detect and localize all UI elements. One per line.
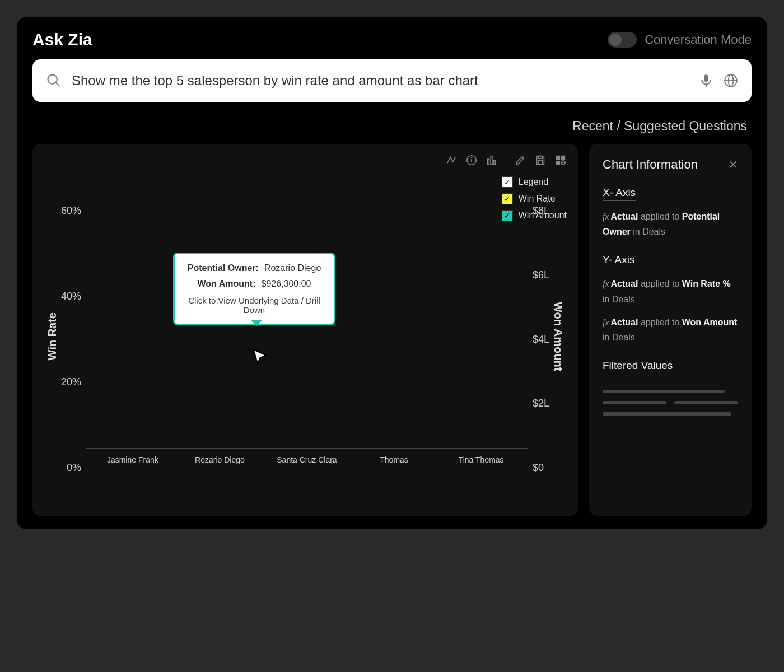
content-area: ✓Legend ✓Win Rate ✓Win Amount Win Rate 6… (32, 144, 752, 516)
svg-rect-10 (491, 156, 492, 165)
tick: 20% (61, 376, 81, 388)
y-axis-left-label: Win Rate (44, 312, 61, 360)
chart-tooltip[interactable]: Potential Owner:Rozario Diego Won Amount… (173, 253, 335, 325)
search-input[interactable] (72, 73, 689, 88)
zia-icon[interactable] (445, 154, 458, 166)
filtered-values-section: Filtered Values (603, 360, 738, 416)
microphone-icon[interactable] (699, 73, 713, 88)
info-icon[interactable] (465, 154, 478, 166)
conversation-mode-control: Conversation Mode (608, 32, 752, 48)
x-label: Tina Thomas (442, 455, 520, 464)
globe-icon[interactable] (724, 73, 738, 88)
x-label: Thomas (355, 455, 433, 464)
y-axis-section: Y- Axis fxActual applied to Win Rate % i… (603, 254, 738, 345)
tick: $8L (533, 205, 549, 217)
plot[interactable]: Potential Owner:Rozario Diego Won Amount… (86, 174, 528, 449)
svg-point-0 (48, 75, 57, 84)
y-axis-desc-1: fxActual applied to Win Rate % in Deals (603, 276, 738, 306)
filtered-values-title: Filtered Values (603, 360, 673, 374)
x-label: Jasmine Frank (94, 455, 172, 464)
header: Ask Zia Conversation Mode (32, 30, 752, 49)
x-axis-title: X- Axis (603, 186, 636, 201)
svg-rect-16 (556, 161, 560, 165)
app-title: Ask Zia (32, 30, 92, 49)
chart-panel: ✓Legend ✓Win Rate ✓Win Amount Win Rate 6… (32, 144, 578, 516)
filter-placeholder (603, 390, 738, 416)
chart-body: Win Rate 60% 40% 20% 0% (44, 174, 567, 499)
y-axis-desc-2: fxActual applied to Won Amount in Deals (603, 315, 738, 345)
search-icon (46, 73, 62, 88)
conversation-label: Conversation Mode (645, 32, 752, 47)
y-ticks-left: 60% 40% 20% 0% (61, 205, 86, 474)
placeholder-bar (603, 412, 731, 416)
x-axis-section: X- Axis fxActual applied to Potential Ow… (603, 186, 738, 239)
x-axis-desc: fxActual applied to Potential Owner in D… (603, 209, 738, 239)
search-bar (32, 59, 752, 102)
chart-toolbar (44, 154, 567, 166)
svg-rect-13 (538, 161, 542, 164)
tick: 60% (61, 205, 81, 217)
y-axis-title: Y- Axis (603, 254, 634, 268)
svg-rect-9 (488, 159, 489, 164)
tick: $0 (533, 462, 549, 474)
svg-point-8 (471, 157, 472, 158)
tooltip-cta: Click to:View Underlying Data / Drill Do… (186, 296, 323, 315)
app-window: Ask Zia Conversation Mode Recent / Sugge… (17, 17, 767, 529)
dashboard-icon[interactable] (554, 154, 567, 166)
conversation-toggle[interactable] (608, 32, 637, 48)
placeholder-bar (603, 390, 725, 393)
suggested-questions-label[interactable]: Recent / Suggested Questions (32, 119, 752, 134)
tooltip-owner-label: Potential Owner: (188, 263, 259, 273)
tooltip-amount-value: $926,300.00 (262, 279, 311, 289)
tick: $6L (533, 269, 549, 281)
svg-rect-2 (704, 74, 708, 82)
tick: $4L (533, 334, 549, 346)
y-axis-right-label: Won Amount (549, 302, 567, 371)
tick: 0% (61, 462, 81, 474)
tooltip-owner-value: Rozario Diego (264, 263, 321, 273)
y-ticks-right: $8L $6L $4L $2L $0 (528, 205, 549, 474)
svg-line-1 (56, 83, 60, 87)
placeholder-bar (674, 401, 738, 404)
x-axis-labels: Jasmine FrankRozario DiegoSanta Cruz Cla… (86, 449, 528, 464)
toolbar-divider (506, 154, 506, 166)
svg-rect-14 (556, 156, 560, 160)
svg-rect-11 (494, 161, 496, 164)
close-icon[interactable]: ✕ (729, 158, 738, 171)
svg-rect-12 (538, 156, 542, 159)
svg-rect-15 (561, 156, 565, 160)
tooltip-amount-label: Won Amount: (198, 279, 256, 289)
info-header: Chart Information ✕ (603, 157, 738, 172)
tick: 40% (61, 291, 81, 302)
plot-area: Potential Owner:Rozario Diego Won Amount… (86, 174, 528, 499)
edit-icon[interactable] (514, 154, 526, 166)
chart-type-icon[interactable] (486, 154, 498, 166)
info-title: Chart Information (603, 157, 698, 172)
placeholder-bar (603, 401, 666, 404)
chart-info-panel: Chart Information ✕ X- Axis fxActual app… (589, 144, 752, 516)
save-icon[interactable] (534, 154, 547, 166)
y-axis-right: $8L $6L $4L $2L $0 Won Amount (528, 174, 567, 499)
x-label: Santa Cruz Clara (268, 455, 346, 464)
y-axis-left: Win Rate 60% 40% 20% 0% (44, 174, 86, 499)
x-label: Rozario Diego (180, 455, 259, 464)
cursor-icon (251, 348, 271, 368)
tick: $2L (533, 398, 549, 409)
